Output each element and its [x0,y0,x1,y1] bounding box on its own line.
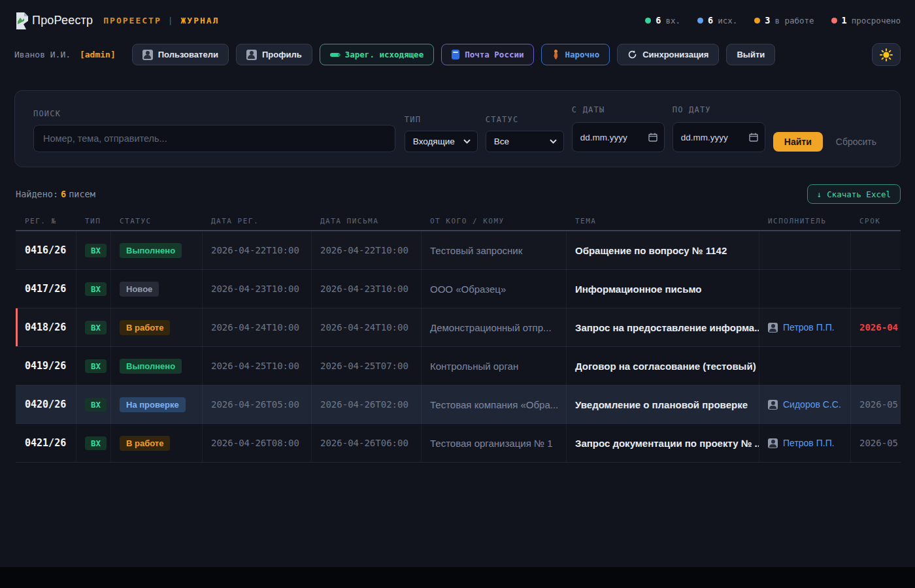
user-info: Иванов И.И. [admin] [14,50,116,59]
russian-post-button[interactable]: Почта России [441,44,534,65]
reg-date: 2026-04-24T10:00 [202,308,311,346]
table-row-overdue[interactable]: 0418/26 ВХ В работе 2026-04-24T10:00 202… [16,308,901,347]
walking-person-icon [552,50,559,60]
find-button[interactable]: Найти [773,132,823,152]
executor-link[interactable]: Сидоров С.С. [783,399,841,410]
logo-text: ПроРеестр [32,14,93,27]
subject: Запрос документации по проекту № ... [566,424,759,462]
blue-dot-icon [697,18,703,24]
table-row[interactable]: 0421/26 ВХ В работе 2026-04-26T08:00 202… [16,424,901,463]
due-date [850,347,901,385]
reg-number: 0419/26 [16,347,76,385]
chevron-down-icon [550,139,557,144]
subject: Запрос на предоставление информа... [566,308,759,346]
due-date [850,231,901,269]
person-icon [246,50,257,60]
stat-incoming: 6вх. [645,15,680,25]
reg-date: 2026-04-22T10:00 [202,231,311,269]
green-dot-icon [645,18,651,24]
sender: Тестовая компания «Обра... [421,385,566,423]
reg-number: 0416/26 [16,231,76,269]
theme-toggle-button[interactable] [872,43,901,66]
stat-in-progress: 3в работе [754,15,814,25]
subject: Уведомление о плановой проверке [566,385,759,423]
status-badge: Новое [120,282,159,297]
users-button[interactable]: Пользователи [132,44,229,65]
logout-button[interactable]: Выйти [726,44,775,65]
type-badge: ВХ [85,282,107,296]
column-header-letter-date: ДАТА ПИСЬМА [311,217,421,225]
date-from-label: С ДАТЫ [572,105,665,114]
nav-link-journal[interactable]: ЖУРНАЛ [181,16,220,25]
executor-cell: Петров П.П. [759,308,850,346]
due-date: 2026-04 [850,308,901,346]
table-row[interactable]: 0417/26 ВХ Новое 2026-04-23T10:00 2026-0… [16,270,901,308]
status-badge: Выполнено [120,243,182,258]
status-badge: В работе [120,320,170,335]
status-label: СТАТУС [486,115,564,124]
person-icon [142,50,153,60]
reg-number: 0417/26 [16,270,76,308]
type-field-group: ТИП Входящие [405,115,478,152]
orange-dot-icon [754,18,760,24]
type-badge: ВХ [85,359,107,373]
column-header-subject: ТЕМА [566,217,759,225]
column-header-reg-date: ДАТА РЕГ. [202,217,311,225]
status-select[interactable]: Все [486,131,564,152]
calendar-icon [749,133,758,142]
due-date: 2026-05 [850,385,901,423]
nav-separator: | [168,16,175,25]
calendar-icon [648,133,657,142]
user-name: Иванов И.И. [14,50,71,59]
sync-button[interactable]: Синхронизация [617,44,719,65]
postbox-icon [452,50,459,59]
executor-link[interactable]: Петров П.П. [783,438,835,448]
type-select[interactable]: Входящие [405,131,478,152]
date-to-input[interactable]: dd.mm.yyyy [673,122,765,152]
found-count: Найдено:6писем [16,189,95,199]
nav-link-proreestr[interactable]: ПРОРЕЕСТР [103,16,161,25]
table-row[interactable]: 0419/26 ВХ Выполнено 2026-04-25T10:00 20… [16,347,901,385]
sender: ООО «Образец» [421,270,566,308]
type-badge: ВХ [85,244,107,257]
app-root: ПроРеестр ПРОРЕЕСТР | ЖУРНАЛ 6вх. 6исх. … [0,0,915,567]
date-from-input[interactable]: dd.mm.yyyy [572,122,665,152]
search-input[interactable] [33,125,395,152]
executor-link[interactable]: Петров П.П. [783,322,835,333]
column-header-status: СТАТУС [110,217,202,225]
reg-date: 2026-04-26T05:00 [202,385,311,423]
refresh-icon [627,50,637,59]
courier-button[interactable]: Нарочно [541,44,610,65]
user-bar: Иванов И.И. [admin] Пользователи Профиль… [0,37,915,66]
sender: Тестовая организация № 1 [421,424,566,462]
column-header-from: ОТ КОГО / КОМУ [421,217,566,225]
letter-date: 2026-04-25T07:00 [311,347,421,385]
download-arrow-icon: ↓ [817,189,822,199]
type-badge: ВХ [85,398,107,412]
top-bar: ПроРеестр ПРОРЕЕСТР | ЖУРНАЛ 6вх. 6исх. … [0,0,915,37]
type-badge: ВХ [85,321,107,335]
due-date: 2026-05 [850,424,901,462]
download-excel-button[interactable]: ↓ Скачать Excel [807,184,901,204]
sender: Демонстрационный отпр... [421,308,566,346]
due-date [850,270,901,308]
letter-date: 2026-04-23T10:00 [311,270,421,308]
profile-button[interactable]: Профиль [236,44,312,65]
chevron-down-icon [463,139,471,144]
status-field-group: СТАТУС Все [486,115,564,152]
register-outgoing-button[interactable]: Зарег. исходящее [320,44,434,65]
table-row-highlighted[interactable]: 0420/26 ВХ На проверке 2026-04-26T05:00 … [16,385,901,424]
letter-date: 2026-04-22T10:00 [311,231,421,269]
sun-icon [880,48,893,61]
search-field-group: ПОИСК [33,109,395,152]
sender: Тестовый запросник [421,231,566,269]
executor-cell [759,347,850,385]
status-badge: В работе [120,436,170,451]
column-header-due: СРОК [850,217,901,225]
status-badge: Выполнено [120,359,182,374]
date-to-group: ПО ДАТУ dd.mm.yyyy [673,105,765,152]
search-label: ПОИСК [33,109,395,118]
table-row[interactable]: 0416/26 ВХ Выполнено 2026-04-22T10:00 20… [16,231,901,270]
reset-button[interactable]: Сбросить [831,132,882,152]
letters-table: РЕГ. № ТИП СТАТУС ДАТА РЕГ. ДАТА ПИСЬМА … [16,212,901,463]
